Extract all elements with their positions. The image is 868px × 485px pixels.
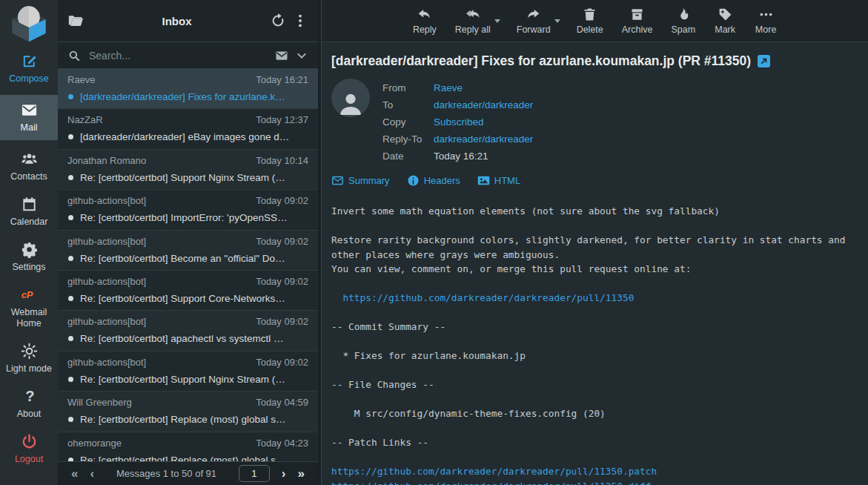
sidebar-item-logout[interactable]: Logout: [0, 430, 58, 468]
header-row: From Raeve: [382, 79, 858, 96]
sidebar-item-contacts[interactable]: Contacts: [0, 148, 58, 185]
last-page-button[interactable]: »: [294, 467, 309, 480]
search-icon: [67, 49, 81, 62]
chevron-down-icon[interactable]: [295, 49, 308, 62]
external-link-icon[interactable]: [758, 55, 770, 67]
forward-button[interactable]: Forward: [517, 7, 551, 35]
message-body-line: https://github.com/darkreader/darkreader…: [331, 464, 858, 479]
search-input[interactable]: [87, 49, 268, 62]
sidebar-item-calendar[interactable]: Calendar: [0, 193, 58, 231]
spam-button[interactable]: Spam: [671, 7, 695, 35]
svg-text:cP: cP: [21, 289, 33, 300]
message-list-item[interactable]: github-actions[bot] Today 09:02 Re: [cer…: [58, 271, 318, 311]
message-body-link[interactable]: https://github.com/darkreader/darkreader…: [331, 481, 651, 485]
message-list-subject: Re: [certbot/certbot] Become an "officia…: [80, 252, 308, 265]
message-list-subject: [darkreader/darkreader] eBay images gone…: [80, 131, 308, 143]
message-sender: ohemorange: [67, 438, 122, 449]
sidebar-item-light-mode[interactable]: Light mode: [0, 340, 58, 377]
header-link[interactable]: Subscribed: [434, 116, 484, 128]
message-list: Raeve Today 16:21 [darkreader/darkreader…: [58, 69, 318, 461]
message-body-line: [331, 421, 858, 436]
message-body-line: Invert some math equation elements (not …: [331, 204, 858, 219]
sidebar-item-settings[interactable]: Settings: [0, 238, 58, 276]
message-date: Today 10:14: [256, 155, 308, 167]
message-body-line: -- Commit Summary --: [331, 320, 858, 334]
message-body-line: https://github.com/darkreader/darkreader…: [331, 479, 858, 485]
message-list-item[interactable]: ohemorange Today 04:23 Re: [certbot/cert…: [58, 432, 318, 461]
headers-toggle[interactable]: Headers: [407, 174, 460, 187]
sidebar-item-compose[interactable]: Compose: [0, 50, 58, 88]
message-sender: Will Greenberg: [67, 397, 132, 409]
image-icon: [477, 174, 490, 187]
search-scope-envelope-icon[interactable]: [275, 49, 288, 62]
message-list-item[interactable]: Will Greenberg Today 04:59 Re: [certbot/…: [58, 392, 318, 432]
refresh-icon[interactable]: [270, 13, 286, 29]
prev-page-button[interactable]: ‹: [85, 467, 99, 480]
message-body-line: [331, 334, 858, 349]
header-label: Reply-To: [382, 131, 434, 148]
message-date: Today 04:23: [256, 438, 308, 449]
archive-button[interactable]: Archive: [622, 7, 653, 35]
kebab-menu-icon[interactable]: [292, 13, 308, 29]
unread-dot: [68, 417, 73, 422]
header-link[interactable]: darkreader/darkreader: [434, 133, 533, 145]
unread-dot: [68, 336, 73, 341]
message-body-line: -- Patch Links --: [331, 435, 858, 450]
header-link[interactable]: darkreader/darkreader: [434, 99, 533, 110]
dropdown-caret-icon[interactable]: [554, 19, 560, 23]
sidebar-item-mail[interactable]: Mail: [0, 95, 58, 140]
header-row: To darkreader/darkreader: [382, 96, 858, 113]
first-page-button[interactable]: «: [67, 467, 82, 480]
unread-dot: [68, 94, 73, 99]
message-date: Today 16:21: [256, 74, 308, 86]
more-button[interactable]: More: [755, 7, 777, 35]
message-body-link[interactable]: https://github.com/darkreader/darkreader…: [331, 466, 657, 477]
contacts-icon: [21, 151, 38, 168]
message-list-item[interactable]: github-actions[bot] Today 09:02 Re: [cer…: [58, 231, 318, 271]
header-label: Date: [382, 148, 434, 165]
message-sender: Raeve: [67, 74, 96, 86]
header-value: Subscribed: [434, 113, 484, 131]
message-date: Today 09:02: [256, 357, 308, 369]
question-icon: ?: [21, 388, 38, 405]
info-icon: [407, 174, 420, 187]
summary-toggle[interactable]: Summary: [331, 174, 390, 187]
forward-icon: [526, 7, 541, 22]
message-subject: [darkreader/darkreader] Fixes for azurla…: [331, 53, 751, 69]
message-list-item[interactable]: Jonathan Romano Today 10:14 Re: [certbot…: [58, 150, 318, 190]
message-toolbar: Reply Reply all Forward Delete Archive S…: [322, 0, 868, 42]
message-headers: From Raeve To darkreader/darkreader Copy…: [382, 79, 858, 165]
action-label: HTML: [494, 175, 520, 186]
delete-button[interactable]: Delete: [577, 7, 603, 35]
folder-open-icon[interactable]: [67, 13, 84, 29]
message-list-subject: Re: [certbot/certbot] ImportError: 'pyOp…: [80, 211, 308, 224]
message-list-item[interactable]: github-actions[bot] Today 09:02 Re: [cer…: [58, 311, 318, 351]
html-toggle[interactable]: HTML: [477, 174, 520, 187]
message-date: Today 04:59: [256, 397, 308, 409]
page-number-box[interactable]: 1: [239, 465, 270, 482]
sidebar-item-about[interactable]: ? About: [0, 385, 58, 423]
sidebar: Compose Mail Contacts Calendar Settings …: [0, 0, 58, 485]
message-sender: NazZaR: [67, 114, 103, 126]
sidebar-item-webmail-home[interactable]: cP Webmail Home: [0, 283, 58, 332]
message-sender: github-actions[bot]: [67, 195, 146, 207]
message-body-line: other places where grays were ambiguous.: [331, 248, 858, 263]
reply-button[interactable]: Reply: [413, 7, 437, 35]
header-link[interactable]: Raeve: [434, 82, 463, 93]
message-list-item[interactable]: github-actions[bot] Today 09:02 Re: [cer…: [58, 352, 318, 392]
message-body-line: M src/config/dynamic-theme-fixes.config …: [331, 406, 858, 421]
reply-all-button[interactable]: Reply all: [455, 7, 491, 35]
mark-button[interactable]: Mark: [714, 7, 736, 35]
next-page-button[interactable]: ›: [277, 467, 291, 480]
message-body-line: [331, 450, 858, 465]
message-body-link[interactable]: https://github.com/darkreader/darkreader…: [342, 292, 634, 303]
message-sender: github-actions[bot]: [67, 236, 146, 248]
roundcube-logo[interactable]: [0, 0, 58, 46]
dropdown-caret-icon[interactable]: [494, 19, 500, 23]
archive-icon: [629, 7, 645, 22]
message-list-item[interactable]: Raeve Today 16:21 [darkreader/darkreader…: [58, 69, 318, 109]
message-list-item[interactable]: github-actions[bot] Today 09:02 Re: [cer…: [58, 190, 318, 230]
message-list-item[interactable]: NazZaR Today 12:37 [darkreader/darkreade…: [58, 109, 318, 149]
unread-dot: [68, 215, 73, 220]
action-label: Headers: [424, 175, 460, 186]
